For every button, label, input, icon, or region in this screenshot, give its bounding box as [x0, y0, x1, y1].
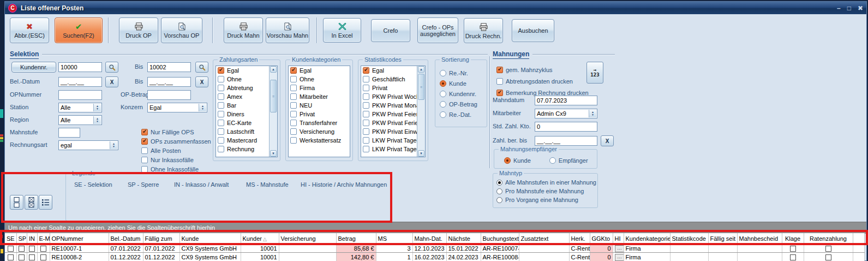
checkbox[interactable] [218, 76, 224, 82]
checkbox[interactable] [141, 147, 148, 154]
row-checkbox[interactable] [825, 246, 831, 252]
checkbox[interactable] [290, 67, 297, 74]
print-mahn-button[interactable]: Druck Mahn [224, 17, 263, 43]
crefo-button[interactable]: Crefo [371, 19, 410, 42]
print-rechnung-button[interactable]: Druck Rechn. [464, 18, 503, 43]
cell-naechste[interactable]: 15.01.2022 [446, 244, 481, 253]
cell-naechste[interactable]: 24.02.2023 [446, 253, 481, 261]
list-item[interactable]: Ohne [289, 75, 350, 84]
radio-button[interactable] [440, 91, 446, 97]
option-row[interactable]: Alle Posten [141, 146, 211, 155]
bel-datum-bis-clear-button[interactable]: X [195, 76, 208, 87]
checkbox[interactable] [496, 67, 503, 73]
list-item[interactable]: Firma [289, 84, 350, 92]
list-item[interactable]: Transferfahrer [289, 118, 350, 127]
column-header[interactable]: Mahnbescheid△ [737, 233, 782, 244]
checkbox[interactable] [363, 76, 369, 82]
kundennr-button[interactable]: Kundennr. [11, 62, 56, 73]
column-header[interactable]: Fällig seit△ [708, 233, 737, 244]
zahl-ber-bis-clear-button[interactable]: X [601, 135, 614, 146]
cell-kundennr[interactable]: 10001 [241, 253, 279, 261]
scrollbar[interactable]: ▲ = ▼ [417, 66, 425, 157]
cell-betrag[interactable]: 85,68 € [336, 244, 376, 253]
mahndatum-input[interactable]: 07.07.2023 [535, 96, 597, 105]
radio-button[interactable] [440, 70, 446, 76]
cell-in[interactable] [27, 244, 37, 253]
radio-button[interactable] [440, 101, 446, 108]
cell-hi[interactable]: … [613, 244, 624, 253]
column-header[interactable]: Nächste△ [446, 233, 481, 244]
statistikcodes-list[interactable]: ▲ = ▼ Egal Geschäftlich [361, 66, 426, 157]
cell-versicherung[interactable] [279, 253, 336, 261]
konzern-select[interactable]: Egal ▲▼ [147, 103, 207, 112]
mahnstufe-input[interactable] [58, 128, 80, 138]
crefo-ops-ausgeglichen-button[interactable]: Crefo - OPs ausgeglichen [417, 17, 458, 43]
option-row[interactable]: Ohne Inkassofälle [141, 164, 211, 174]
cell-ggkto[interactable]: 0 [590, 253, 613, 261]
cell-mahnbescheid[interactable] [737, 253, 782, 261]
hi-detail-button[interactable]: … [615, 254, 624, 261]
cell-kunde[interactable]: CX9 Systems GmbH [179, 244, 241, 253]
list-item[interactable]: Mitarbeiter [289, 92, 350, 101]
checkbox[interactable] [363, 102, 369, 109]
cell-mahn-dat[interactable]: 12.10.2023 [412, 244, 446, 253]
bel-datum-von-clear-button[interactable]: X [105, 76, 118, 87]
row-checkbox[interactable] [825, 254, 831, 260]
cell-kundenkategorie[interactable]: Firma [624, 244, 670, 253]
cell-kundennr[interactable]: 10001 [241, 244, 279, 253]
list-item[interactable]: PKW Privat Woche [361, 92, 417, 101]
spinner-icon[interactable]: ▲▼ [589, 110, 596, 117]
radio-button[interactable] [549, 157, 556, 164]
column-header[interactable]: Zusatztext△ [519, 233, 569, 244]
region-select[interactable]: Alle ▲▼ [58, 115, 102, 125]
checkbox[interactable] [290, 128, 297, 135]
checkbox[interactable] [290, 93, 297, 100]
cell-statistikcode[interactable] [670, 244, 708, 253]
checkbox[interactable] [218, 137, 224, 144]
option-row[interactable]: Nur Inkassofälle [141, 155, 211, 164]
deselect-all-rows-button[interactable] [25, 195, 38, 210]
opnummer-input[interactable] [58, 90, 102, 100]
radio-row[interactable]: Alle Mahnstufen in einer Mahnung [496, 178, 596, 187]
checkbox[interactable] [290, 76, 297, 82]
column-header[interactable]: Fällig zum△ [143, 233, 179, 244]
checkbox[interactable] [218, 67, 224, 74]
checkbox[interactable] [290, 85, 297, 91]
checkbox[interactable] [363, 111, 369, 117]
scrollbar[interactable]: ▲ = ▼ [269, 66, 277, 157]
checkbox[interactable] [363, 85, 369, 91]
column-header[interactable]: SP△ [16, 233, 27, 244]
list-item[interactable]: Bar [216, 101, 270, 110]
column-header[interactable]: Statistikcode△ [670, 233, 708, 244]
cell-se[interactable] [5, 244, 16, 253]
scrollbar-thumb[interactable]: = [270, 80, 277, 112]
row-checkbox[interactable] [790, 254, 796, 260]
column-header[interactable]: HI△ [613, 233, 624, 244]
column-header[interactable]: Klage△ [782, 233, 804, 244]
checkbox[interactable] [218, 120, 224, 126]
cell-zusatztext[interactable] [519, 253, 569, 261]
ausbuchen-button[interactable]: Ausbuchen [512, 19, 554, 42]
title-bar[interactable]: C Liste offener Posten – □ ✖ [5, 2, 866, 14]
cell-buchungstext[interactable]: AR-RE10008- [481, 253, 519, 261]
column-header[interactable]: Betrag△ [336, 233, 376, 244]
cell-em[interactable] [37, 253, 50, 261]
cell-faellig-zum[interactable]: 07.01.2022 [143, 244, 179, 253]
radio-button[interactable] [504, 157, 511, 164]
station-select[interactable]: Alle ▲▼ [58, 103, 102, 112]
minimize-button[interactable]: – [837, 4, 841, 12]
option-row[interactable]: Abtretungsdaten drucken [496, 75, 589, 87]
spinner-icon[interactable]: ▲▼ [93, 104, 101, 111]
column-header[interactable]: OPNummer△ [50, 233, 109, 244]
spinner-icon[interactable]: ▲▼ [199, 104, 206, 111]
list-item[interactable]: Rechnung [216, 145, 270, 153]
kundennr-von-search-button[interactable] [105, 62, 118, 73]
cell-faellig-seit[interactable] [708, 253, 737, 261]
spinner-icon[interactable]: ▲▼ [110, 141, 117, 149]
column-header[interactable]: E-M△ [37, 233, 50, 244]
row-checkbox[interactable] [40, 254, 46, 260]
cell-bel-datum[interactable]: 07.01.2022 [109, 244, 143, 253]
checkbox[interactable] [290, 120, 297, 126]
list-item[interactable]: Mastercard [216, 136, 270, 145]
column-header[interactable]: Herk.△ [569, 233, 590, 244]
